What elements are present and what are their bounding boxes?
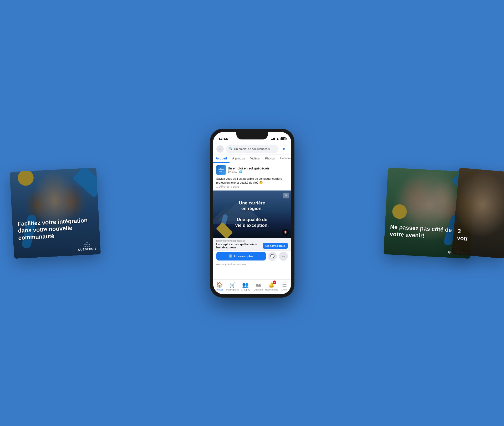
signal-bar-2 — [272, 139, 273, 140]
ad-footer: fccq.emploisolquebecois.ca Un emploi en … — [213, 238, 291, 251]
post-date: 10 janv. · 🌐 — [228, 170, 280, 173]
tab-accueil[interactable]: Accueil — [213, 154, 230, 163]
home-icon: 🏠 — [216, 282, 223, 288]
tab-photos[interactable]: Photos — [262, 154, 277, 163]
ad-image: ⧉ Une carrière en région. Une qualité de… — [213, 191, 291, 238]
ad-footer-url: fccq.emploisolquebecois.ca — [216, 239, 288, 242]
back-button[interactable]: ‹ — [216, 145, 224, 153]
nav-marketplace-label: Marketplace — [226, 288, 239, 291]
avatar-inner: UNEMPLOISOL — [216, 165, 226, 175]
phone-container: 14:44 ▲ — [210, 129, 294, 297]
show-more-link[interactable]: ... Afficher la suite — [216, 185, 239, 188]
card-left-logo: UN EMPLOI EN SOL QUÉBÉCOIS — [78, 241, 96, 251]
post-more-button[interactable]: ··· — [282, 167, 288, 173]
card-left-headline: Facilitez votre intégration dans votre n… — [17, 217, 95, 241]
notification-badge: 7 — [273, 280, 276, 284]
status-time: 14:44 — [218, 137, 228, 141]
search-icon: 🔍 — [229, 147, 233, 151]
signal-bar-1 — [271, 139, 272, 140]
nav-accueil-label: Accueil — [216, 288, 223, 291]
ad-cta-button[interactable]: En savoir plus — [263, 243, 288, 249]
wifi-icon: ▲ — [276, 137, 279, 141]
more-actions-button[interactable]: ··· — [279, 252, 288, 261]
ad-text-overlay: Une carrière en région. Une qualité de v… — [213, 191, 291, 238]
share-button[interactable]: ➤ — [281, 145, 288, 153]
nav-accueil[interactable]: 🏠 Accueil — [213, 282, 226, 292]
post-page-name: Un emploi en sol québécois — [228, 167, 280, 170]
card-left: Facilitez votre intégration dans votre n… — [10, 167, 101, 259]
ad-footer-row: Un emploi en sol québécois – Inscrivez-v… — [216, 243, 288, 249]
globe-icon: 🌐 — [239, 170, 242, 173]
battery-fill — [281, 138, 284, 140]
quartiers-icon: 🏘 — [256, 282, 261, 288]
post-header: UNEMPLOISOL Un emploi en sol québécois 1… — [213, 163, 291, 177]
ad-headline: Une carrière en région. Une qualité de v… — [235, 200, 269, 228]
notification-icon: 🔔 7 — [268, 282, 275, 288]
post-meta: Un emploi en sol québécois 10 janv. · 🌐 — [228, 167, 280, 173]
post-avatar: UNEMPLOISOL — [216, 165, 226, 175]
en-savoir-plus-button[interactable]: ℹ️ En savoir plus — [216, 252, 266, 260]
fb-search-bar: ‹ 🔍 Un emploi en sol québécois ➤ — [213, 144, 291, 154]
fb-tabs: Accueil À propos Vidéos Photos Évènement… — [213, 154, 291, 163]
nav-quartiers[interactable]: 🏘 Quartiers — [252, 282, 265, 292]
post-actions: ℹ️ En savoir plus 💬 ··· — [213, 251, 291, 262]
ad-footer-title-block: Un emploi en sol québécois – Inscrivez-v… — [216, 243, 257, 249]
search-query-text: Un emploi en sol québécois — [234, 147, 270, 151]
messenger-button[interactable]: 💬 — [268, 252, 277, 261]
nav-groupes-label: Groupes — [241, 288, 250, 291]
signal-bars-icon — [271, 137, 275, 140]
menu-icon: ☰ — [282, 282, 287, 288]
tab-apropos[interactable]: À propos — [230, 154, 247, 163]
card-far-right: 3votr — [452, 167, 504, 258]
ad-footer-title: Un emploi en sol québécois – Inscrivez-v… — [216, 243, 257, 249]
signal-bar-3 — [273, 138, 274, 140]
nav-marketplace[interactable]: 🛒 Marketplace — [226, 282, 239, 292]
nav-groupes[interactable]: 👥 Groupes — [239, 282, 252, 292]
ad-volume-button[interactable]: 🔇 — [282, 229, 289, 236]
groups-icon: 👥 — [242, 282, 249, 288]
post-content-area: UNEMPLOISOL Un emploi en sol québécois 1… — [213, 163, 291, 294]
status-icons: ▲ — [271, 137, 286, 141]
nav-notifications[interactable]: 🔔 7 Notifications — [265, 282, 278, 292]
battery-icon — [281, 137, 286, 140]
scene: Facilitez votre intégration dans votre n… — [0, 0, 504, 426]
content-scroll[interactable]: UNEMPLOISOL Un emploi en sol québécois 1… — [213, 163, 291, 294]
nav-menu[interactable]: ☰ Menu — [278, 282, 291, 292]
marketplace-icon: 🛒 — [229, 282, 236, 288]
nav-quartiers-label: Quartiers — [254, 288, 263, 291]
tab-evenements[interactable]: Évènements — [277, 154, 291, 163]
tab-videos[interactable]: Vidéos — [247, 154, 262, 163]
post-body-text: Saviez-vous qu'il est possible de conjug… — [213, 177, 291, 191]
nav-menu-label: Menu — [282, 288, 288, 291]
phone-screen: 14:44 ▲ — [213, 132, 291, 294]
post-website-url: www.emploisolquebecois.ca — [213, 262, 291, 266]
nav-notifications-label: Notifications — [265, 288, 278, 291]
signal-bar-4 — [274, 138, 275, 140]
fb-bottom-nav: 🏠 Accueil 🛒 Marketplace 👥 Groupes 🏘 Quar… — [213, 279, 291, 294]
phone: 14:44 ▲ — [210, 129, 294, 297]
search-input-display[interactable]: 🔍 Un emploi en sol québécois — [226, 145, 278, 153]
phone-notch — [236, 132, 268, 139]
